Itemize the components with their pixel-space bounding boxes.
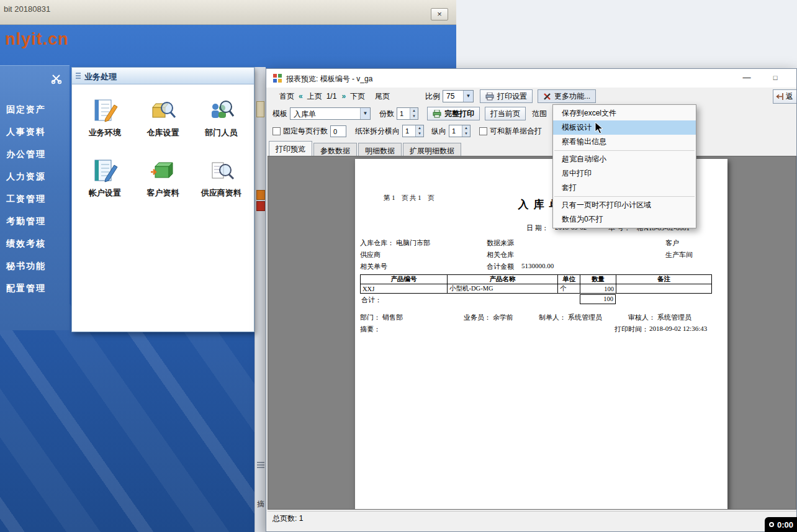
split-horizontal-label: 纸张拆分横向	[355, 126, 400, 137]
spinner-buttons[interactable]: ▲ ▼	[462, 125, 470, 137]
tab-extended-detail-data[interactable]: 扩展明细数据	[403, 143, 461, 156]
spin-up-icon[interactable]: ▲	[416, 125, 423, 131]
sidebar-item-hr[interactable]: 人力资源	[0, 165, 70, 187]
spinner-buttons[interactable]: ▲ ▼	[415, 125, 423, 137]
tab-detail-data[interactable]: 明细数据	[358, 143, 402, 156]
preview-toolbar-layout: 固定每页行数 0 纸张拆分横向 1 ▲ ▼ 纵向 1 ▲ ▼ 可和新单据合打	[266, 122, 796, 140]
tab-parameter-data[interactable]: 参数数据	[313, 143, 357, 156]
menu-item-save-to-excel[interactable]: 保存到excel文件	[553, 106, 696, 120]
print-current-label: 打当前页	[490, 109, 520, 119]
combine-checkbox[interactable]	[479, 127, 487, 135]
tool-account-settings[interactable]: 帐户设置	[76, 157, 133, 199]
spin-down-icon[interactable]: ▼	[462, 131, 470, 137]
split-horizontal-spinner[interactable]: 1 ▲ ▼	[402, 125, 424, 137]
sidebar-item-salary[interactable]: 工资管理	[0, 187, 70, 210]
maximize-button[interactable]: □	[762, 69, 789, 88]
tool-department-staff[interactable]: 部门人员	[192, 97, 250, 138]
spinner-buttons[interactable]: ▲ ▼	[410, 108, 418, 119]
last-page-button[interactable]: 尾页	[372, 90, 393, 103]
tool-business-env[interactable]: 业务环境	[76, 97, 133, 138]
next-page-button[interactable]: 下页	[347, 90, 368, 103]
close-icon: ×	[437, 9, 442, 19]
prev-page-button[interactable]: 上页	[304, 90, 325, 103]
maximize-icon: □	[773, 74, 778, 81]
spin-down-icon[interactable]: ▼	[410, 114, 418, 119]
footer-print-time-label: 打印时间：	[615, 325, 649, 334]
red-button-fragment[interactable]	[256, 201, 265, 211]
print-setup-button[interactable]: 打印设置	[480, 89, 533, 103]
fixed-rows-input[interactable]: 0	[330, 125, 346, 137]
template-select[interactable]: 入库单 ▼	[290, 107, 371, 120]
footer-auditor-value: 系统管理员	[657, 313, 691, 322]
fixed-rows-checkbox[interactable]	[272, 127, 281, 135]
ledger-pencil-icon	[91, 157, 119, 184]
notebook-pencil-icon	[91, 97, 119, 124]
template-value: 入库单	[290, 108, 360, 119]
business-panel-title: 业务处理	[84, 71, 117, 83]
menu-item-skip-zero-values[interactable]: 数值为0不打	[553, 212, 696, 227]
sidebar-item-secretary[interactable]: 秘书功能	[0, 255, 70, 277]
field-rel-no-label: 相关单号	[360, 262, 387, 271]
tool-label: 业务环境	[76, 127, 133, 138]
spin-down-icon[interactable]: ▼	[416, 131, 423, 137]
more-functions-label: 更多功能...	[554, 91, 590, 102]
sidebar-item-performance[interactable]: 绩效考核	[0, 232, 70, 255]
first-page-button[interactable]: 首页	[276, 90, 297, 103]
preview-titlebar[interactable]: 报表预览: 模板编号 - v_ga — □	[266, 69, 796, 88]
sidebar-item-fixed-assets[interactable]: 固定资产	[0, 98, 70, 120]
footer-salesman-label: 业务员：	[464, 313, 491, 322]
minimize-button[interactable]: —	[733, 69, 760, 88]
green-box-arrows-icon	[149, 157, 176, 184]
menu-item-center-print[interactable]: 居中打印	[553, 166, 696, 181]
footer-print-time-value: 2018-09-02 12:36:43	[649, 325, 707, 332]
cell-unit: 个	[558, 284, 580, 294]
sidebar-item-personnel[interactable]: 人事资料	[0, 120, 70, 143]
preview-window-title: 报表预览: 模板编号 - v_ga	[286, 74, 372, 84]
cell-product-code: XXJ	[361, 284, 448, 294]
main-titlebar[interactable]: bit 20180831 ×	[0, 0, 456, 25]
sidebar-item-configuration[interactable]: 配置管理	[0, 277, 70, 299]
sidebar-item-attendance[interactable]: 考勤管理	[0, 210, 70, 232]
orange-button-fragment[interactable]	[256, 190, 265, 200]
sidebar: 固定资产 人事资料 办公管理 人力资源 工资管理 考勤管理 绩效考核 秘书功能 …	[0, 65, 70, 330]
business-panel-header[interactable]: 业务处理	[72, 68, 254, 84]
spin-up-icon[interactable]: ▲	[410, 108, 418, 114]
spin-up-icon[interactable]: ▲	[462, 125, 470, 131]
field-workshop-label: 生产车间	[665, 250, 693, 259]
footer-maker-label: 制单人：	[539, 313, 566, 322]
split-vertical-spinner[interactable]: 1 ▲ ▼	[449, 125, 471, 137]
tool-warehouse-settings[interactable]: 仓库设置	[134, 97, 191, 138]
table-row: XXJ 小型机-DG-MG 个 100	[361, 284, 712, 294]
menu-item-auto-shrink[interactable]: 超宽自动缩小	[553, 152, 696, 166]
footer-summary-label: 摘要：	[360, 325, 380, 334]
menu-item-view-output-info[interactable]: 察看输出信息	[553, 135, 696, 149]
print-current-page-button[interactable]: 打当前页	[485, 107, 526, 120]
return-label: 返	[786, 91, 793, 102]
return-button[interactable]: 返	[773, 89, 797, 104]
sidebar-item-office[interactable]: 办公管理	[0, 143, 70, 165]
chevron-down-icon[interactable]: ▼	[463, 91, 473, 102]
full-print-button[interactable]: 完整打印	[427, 107, 480, 120]
scissors-icon[interactable]	[51, 73, 62, 84]
copies-spinner[interactable]: 1 ▲ ▼	[397, 107, 418, 120]
minimize-icon: —	[743, 73, 751, 82]
scale-select[interactable]: 75 ▼	[443, 90, 474, 102]
preview-toolbar-nav: 首页 « 上页 1/1 » 下页 尾页 比例 75 ▼ 打印设置 更多功能...	[266, 88, 796, 105]
field-total-amount-value: 5130000.00	[521, 262, 554, 269]
menu-item-template-design[interactable]: 模板设计	[553, 120, 696, 135]
menu-item-overlay-print[interactable]: 套打	[553, 181, 696, 195]
tool-supplier-data[interactable]: 供应商资料	[192, 157, 250, 199]
timer-text: 0:00	[777, 520, 793, 530]
printer-green-icon	[433, 110, 441, 118]
menu-item-skip-subtotal-single-page[interactable]: 只有一页时不打印小计区域	[553, 198, 696, 212]
more-functions-button[interactable]: 更多功能...	[538, 89, 596, 103]
chevron-down-icon[interactable]: ▼	[360, 108, 370, 119]
record-dot-icon	[769, 522, 774, 527]
scale-value: 75	[443, 91, 463, 102]
preview-canvas[interactable]: 第 1 页 共 1 页 入库单 日 期： 2018-09-02 单 号： 格A1…	[268, 156, 796, 510]
main-close-button[interactable]: ×	[431, 8, 448, 20]
hidden-window-tab[interactable]	[256, 101, 264, 117]
tool-customer-data[interactable]: 客户资料	[134, 157, 191, 199]
magnifier-document-icon	[207, 157, 235, 184]
tab-print-preview[interactable]: 打印预览	[269, 141, 312, 156]
